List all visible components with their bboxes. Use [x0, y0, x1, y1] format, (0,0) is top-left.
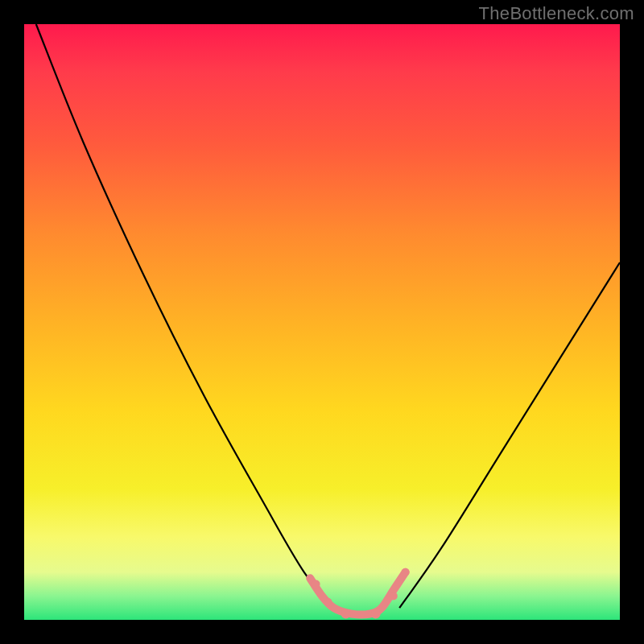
chart-frame: TheBottleneck.com — [0, 0, 644, 644]
valley-marker — [371, 609, 381, 619]
watermark-text: TheBottleneck.com — [479, 3, 634, 24]
curve-layer — [24, 24, 620, 620]
valley-marker — [341, 609, 351, 619]
valley-marker — [402, 568, 410, 576]
valley-marker — [312, 580, 320, 588]
valley-marker — [324, 598, 332, 606]
valley-marker — [390, 592, 398, 600]
left-curve — [36, 24, 334, 608]
right-curve — [399, 262, 620, 608]
plot-area — [24, 24, 620, 620]
